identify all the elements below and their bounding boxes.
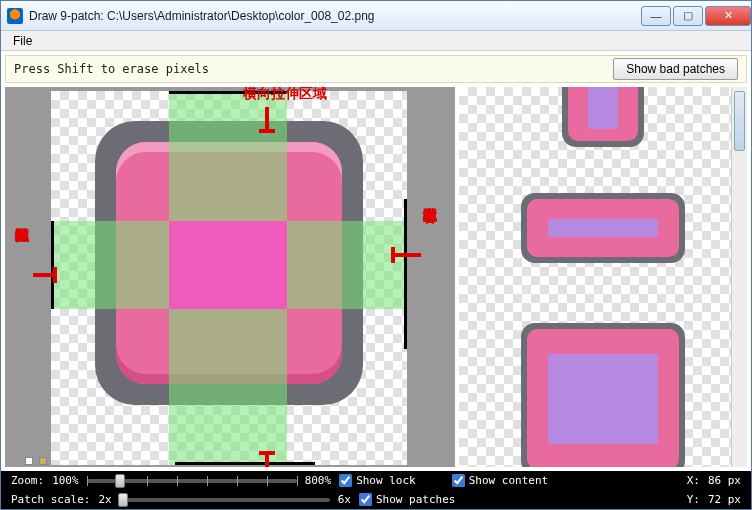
patch-scale-slider[interactable] — [120, 498, 330, 502]
zoom-slider[interactable] — [87, 479, 297, 483]
patch-scale-thumb[interactable] — [118, 493, 128, 507]
arrow-v-stretch — [33, 273, 55, 277]
hint-text: Press Shift to erase pixels — [14, 62, 613, 76]
patch-scale-label: Patch scale: — [11, 493, 90, 506]
show-content-input[interactable] — [452, 474, 465, 487]
hint-toolbar: Press Shift to erase pixels Show bad pat… — [5, 55, 747, 83]
resize-handle-1[interactable] — [25, 457, 33, 465]
bottom-content-marker[interactable] — [175, 462, 315, 465]
y-label: Y: — [687, 493, 700, 506]
status-bar: Zoom: 100% 800% Show lock Show content X… — [1, 471, 751, 509]
java-icon — [7, 8, 23, 24]
preview-3 — [521, 323, 685, 467]
preview-pane — [459, 87, 747, 467]
x-value: 86 px — [708, 474, 741, 487]
zoom-slider-thumb[interactable] — [115, 474, 125, 488]
content-area: Press Shift to erase pixels Show bad pat… — [1, 51, 751, 509]
center-patch — [169, 221, 287, 309]
arrow-h-stretch — [265, 107, 269, 129]
arrow-h-content-head — [259, 451, 275, 455]
zoom-label: Zoom: — [11, 474, 44, 487]
maximize-button[interactable]: ▢ — [673, 6, 703, 26]
x-label: X: — [687, 474, 700, 487]
show-patches-label: Show patches — [376, 493, 455, 506]
patch-min: 2x — [98, 493, 111, 506]
close-button[interactable]: ✕ — [705, 6, 751, 26]
window-controls: — ▢ ✕ — [641, 6, 751, 26]
preview-2 — [521, 193, 685, 263]
zoom-max: 800% — [305, 474, 332, 487]
show-patches-input[interactable] — [359, 493, 372, 506]
menubar: File — [1, 31, 751, 51]
zoom-min: 100% — [52, 474, 79, 487]
left-stretch-marker[interactable] — [51, 221, 54, 309]
arrow-h-content — [265, 453, 269, 467]
y-value: 72 px — [708, 493, 741, 506]
arrow-v-stretch-head — [53, 267, 57, 283]
edit-pane[interactable]: 横向拉伸区域 纵向拉伸区域 纵向内容显示区域 横向内容显示区域 — [5, 87, 455, 467]
show-content-label: Show content — [469, 474, 548, 487]
show-bad-patches-button[interactable]: Show bad patches — [613, 58, 738, 80]
edit-canvas[interactable] — [51, 91, 407, 465]
window-title: Draw 9-patch: C:\Users\Administrator\Des… — [29, 9, 641, 23]
annotation-h-stretch: 横向拉伸区域 — [185, 87, 385, 103]
arrow-h-stretch-head — [259, 129, 275, 133]
show-lock-checkbox[interactable]: Show lock — [339, 474, 416, 487]
app-window: Draw 9-patch: C:\Users\Administrator\Des… — [0, 0, 752, 510]
arrow-v-content — [393, 253, 421, 257]
minimize-button[interactable]: — — [641, 6, 671, 26]
resize-handle-2[interactable] — [39, 457, 47, 465]
show-patches-checkbox[interactable]: Show patches — [359, 493, 455, 506]
main-split: 横向拉伸区域 纵向拉伸区域 纵向内容显示区域 横向内容显示区域 — [1, 87, 751, 471]
scrollbar-thumb[interactable] — [734, 91, 745, 151]
preview-vertical-scrollbar[interactable] — [731, 87, 747, 467]
show-content-checkbox[interactable]: Show content — [452, 474, 548, 487]
show-lock-label: Show lock — [356, 474, 416, 487]
show-lock-input[interactable] — [339, 474, 352, 487]
arrow-v-content-head — [391, 247, 395, 263]
preview-1 — [562, 87, 644, 147]
menu-file[interactable]: File — [7, 32, 38, 50]
patch-max: 6x — [338, 493, 351, 506]
right-content-marker[interactable] — [404, 199, 407, 349]
titlebar: Draw 9-patch: C:\Users\Administrator\Des… — [1, 1, 751, 31]
